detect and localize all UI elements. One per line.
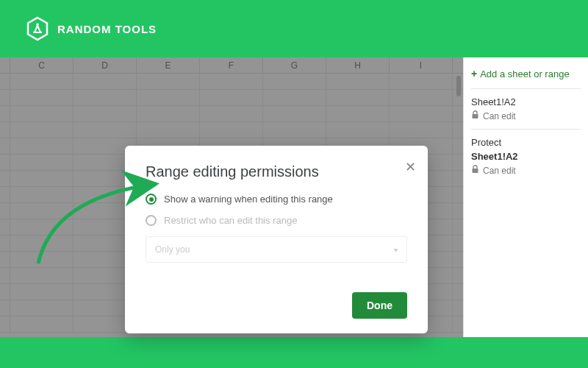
radio-label: Restrict who can edit this range bbox=[164, 215, 297, 226]
range-permissions-dialog: Range editing permissions ✕ Show a warni… bbox=[125, 146, 428, 333]
dialog-title: Range editing permissions bbox=[146, 163, 407, 180]
range-permission: Can edit bbox=[471, 110, 581, 121]
plus-icon: + bbox=[471, 68, 477, 79]
radio-label: Show a warning when editing this range bbox=[164, 194, 333, 205]
lock-icon bbox=[471, 165, 479, 176]
radio-option-warning[interactable]: Show a warning when editing this range bbox=[146, 194, 407, 205]
range-permission: Can edit bbox=[471, 165, 581, 176]
editor-select[interactable]: Only you ▾ bbox=[146, 236, 407, 263]
radio-option-restrict[interactable]: Restrict who can edit this range bbox=[146, 215, 407, 226]
brand-header: RANDOM TOOLS bbox=[0, 0, 588, 57]
chevron-down-icon: ▾ bbox=[394, 246, 398, 254]
done-button[interactable]: Done bbox=[352, 292, 407, 319]
range-title: Sheet1!A2 bbox=[471, 151, 581, 162]
brand-name: RANDOM TOOLS bbox=[57, 23, 157, 35]
brand-logo: RANDOM TOOLS bbox=[25, 16, 157, 41]
select-value: Only you bbox=[155, 244, 190, 255]
add-link-label: Add a sheet or range bbox=[480, 68, 569, 79]
brand-footer bbox=[0, 337, 588, 368]
protected-ranges-panel: + Add a sheet or range Sheet1!A2 Can edi… bbox=[463, 57, 588, 337]
close-icon: ✕ bbox=[405, 160, 416, 174]
svg-line-2 bbox=[37, 24, 40, 32]
protected-range-item[interactable]: Protect Sheet1!A2 Can edit bbox=[471, 129, 581, 183]
add-sheet-or-range-link[interactable]: + Add a sheet or range bbox=[471, 63, 581, 88]
svg-rect-4 bbox=[473, 114, 478, 118]
hex-logo-icon bbox=[25, 16, 50, 41]
dialog-footer: Done bbox=[146, 292, 407, 319]
svg-rect-5 bbox=[473, 169, 478, 173]
range-group-title: Protect bbox=[471, 137, 581, 148]
protected-range-item[interactable]: Sheet1!A2 Can edit bbox=[471, 88, 581, 129]
close-button[interactable]: ✕ bbox=[405, 159, 416, 175]
range-title: Sheet1!A2 bbox=[471, 96, 581, 107]
radio-icon-selected bbox=[146, 194, 157, 205]
svg-marker-0 bbox=[28, 18, 47, 40]
radio-icon bbox=[146, 215, 157, 226]
main-area: C D E F G H I bbox=[0, 57, 588, 337]
lock-icon bbox=[471, 110, 479, 121]
